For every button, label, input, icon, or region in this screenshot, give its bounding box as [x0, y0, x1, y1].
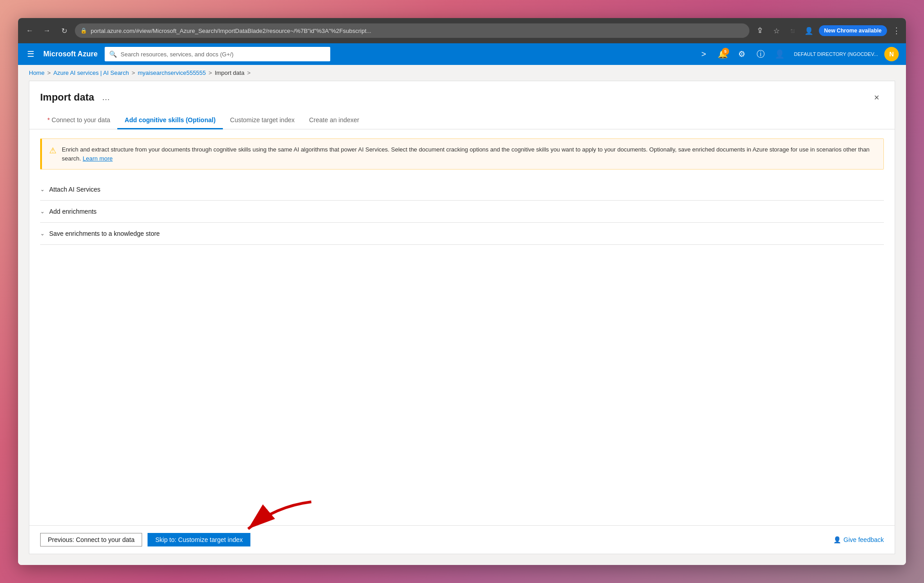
main-content: Home > Azure AI services | AI Search > m… — [18, 65, 906, 565]
breadcrumb-home[interactable]: Home — [29, 69, 45, 76]
skip-button[interactable]: Skip to: Customize target index — [148, 533, 250, 546]
chevron-icon-save: ⌄ — [40, 230, 45, 237]
browser-window: ← → ↻ 🔒 portal.azure.com/#view/Microsoft… — [18, 18, 906, 565]
chrome-menu-icon[interactable]: ⋮ — [892, 26, 901, 36]
section-add-enrichments-header[interactable]: ⌄ Add enrichments — [40, 201, 884, 222]
search-icon: 🔍 — [109, 50, 117, 58]
notification-badge: 5 — [722, 48, 729, 55]
tab-connect[interactable]: Connect to your data — [40, 112, 117, 129]
account-info: DEFAULT DIRECTORY (NGOCDEV... — [794, 51, 878, 57]
breadcrumb: Home > Azure AI services | AI Search > m… — [18, 65, 906, 81]
more-options-button[interactable]: … — [100, 91, 112, 104]
search-placeholder: Search resources, services, and docs (G+… — [120, 51, 233, 58]
new-chrome-badge[interactable]: New Chrome available — [819, 25, 887, 36]
settings-icon[interactable]: ⚙ — [734, 46, 750, 62]
panel-header: Import data … × — [29, 81, 895, 105]
cast-icon[interactable]: ⮸ — [754, 24, 767, 37]
browser-toolbar: ← → ↻ 🔒 portal.azure.com/#view/Microsoft… — [18, 18, 906, 43]
feedback-icon: 👤 — [833, 536, 841, 543]
avatar[interactable]: N — [884, 47, 899, 61]
address-text: portal.azure.com/#view/Microsoft_Azure_S… — [91, 28, 744, 34]
info-banner: ⚠ Enrich and extract structure from your… — [40, 138, 884, 170]
give-feedback-button[interactable]: 👤 Give feedback — [833, 536, 884, 543]
warning-icon: ⚠ — [49, 146, 56, 156]
content-spacer — [29, 245, 895, 525]
breadcrumb-sep-2: > — [132, 69, 135, 76]
section-save-enrichments-header[interactable]: ⌄ Save enrichments to a knowledge store — [40, 223, 884, 244]
section-add-enrichments: ⌄ Add enrichments — [40, 201, 884, 223]
tab-skills[interactable]: Add cognitive skills (Optional) — [117, 112, 222, 129]
address-bar[interactable]: 🔒 portal.azure.com/#view/Microsoft_Azure… — [75, 23, 749, 38]
panel-title-row: Import data … — [40, 91, 112, 104]
close-button[interactable]: × — [869, 90, 884, 105]
feedback-nav-icon[interactable]: 👤 — [772, 46, 788, 62]
breadcrumb-service[interactable]: Azure AI services | AI Search — [53, 69, 129, 76]
chevron-icon-enrichments: ⌄ — [40, 208, 45, 215]
extensions-icon[interactable]: ◾ — [786, 24, 799, 37]
page-panel: Import data … × Connect to your data Add… — [29, 81, 895, 554]
chevron-icon-attach-ai: ⌄ — [40, 186, 45, 193]
learn-more-link[interactable]: Learn more — [83, 155, 112, 162]
section-attach-ai-header[interactable]: ⌄ Attach AI Services — [40, 179, 884, 200]
browser-actions: ⮸ ☆ ◾ 👤 New Chrome available ⋮ — [754, 24, 901, 37]
panel-footer: Previous: Connect to your data Skip to: … — [29, 525, 895, 554]
cloud-shell-icon[interactable]: > — [696, 46, 712, 62]
info-banner-text: Enrich and extract structure from your d… — [62, 145, 876, 163]
hamburger-icon[interactable]: ☰ — [25, 47, 36, 61]
breadcrumb-sep-3: > — [208, 69, 212, 76]
back-button[interactable]: ← — [23, 24, 36, 37]
breadcrumb-sep-4: > — [247, 69, 251, 76]
breadcrumb-current: Import data — [215, 69, 245, 76]
reload-button[interactable]: ↻ — [58, 24, 70, 37]
tab-indexer[interactable]: Create an indexer — [302, 112, 366, 129]
account-directory: DEFAULT DIRECTORY (NGOCDEV... — [794, 51, 878, 57]
tabs-row: Connect to your data Add cognitive skill… — [29, 112, 895, 129]
forward-button[interactable]: → — [41, 24, 53, 37]
tab-index[interactable]: Customize target index — [223, 112, 302, 129]
azure-nav: ☰ Microsoft Azure 🔍 Search resources, se… — [18, 43, 906, 65]
previous-button[interactable]: Previous: Connect to your data — [40, 533, 142, 546]
lock-icon: 🔒 — [80, 28, 87, 34]
section-attach-ai: ⌄ Attach AI Services — [40, 179, 884, 201]
help-icon[interactable]: ⓘ — [753, 46, 769, 62]
section-save-enrichments: ⌄ Save enrichments to a knowledge store — [40, 223, 884, 245]
page-title: Import data — [40, 92, 94, 103]
breadcrumb-sep-1: > — [47, 69, 51, 76]
azure-right-icons: > 🔔 5 ⚙ ⓘ 👤 DEFAULT DIRECTORY (NGOCDEV..… — [696, 46, 899, 62]
breadcrumb-resource[interactable]: myaisearchservice555555 — [138, 69, 206, 76]
notifications-icon[interactable]: 🔔 5 — [715, 46, 731, 62]
azure-logo: Microsoft Azure — [43, 50, 97, 58]
profile-icon[interactable]: 👤 — [803, 24, 815, 37]
azure-search-bar[interactable]: 🔍 Search resources, services, and docs (… — [105, 47, 330, 61]
star-icon[interactable]: ☆ — [770, 24, 783, 37]
